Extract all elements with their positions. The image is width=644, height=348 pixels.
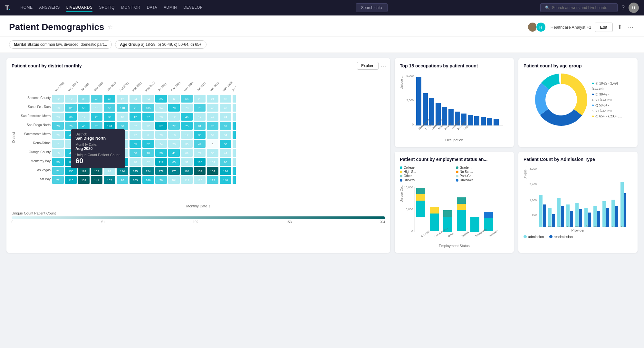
svg-text:71: 71 <box>56 170 60 173</box>
svg-text:May 2021: May 2021 <box>144 81 156 92</box>
heatmap-more-icon[interactable]: ⋯ <box>380 62 386 69</box>
svg-rect-339 <box>468 115 473 125</box>
svg-text:139: 139 <box>81 179 86 182</box>
svg-text:23: 23 <box>56 115 60 119</box>
svg-text:71: 71 <box>134 106 137 110</box>
svg-text:27: 27 <box>147 115 150 119</box>
svg-text:204: 204 <box>171 179 176 182</box>
edit-button[interactable]: Edit <box>595 23 613 32</box>
occ-x-label: Occupation <box>400 138 509 142</box>
svg-text:0: 0 <box>535 226 537 227</box>
svg-rect-231 <box>233 149 236 157</box>
svg-rect-387 <box>539 195 543 227</box>
emp-y-label: Unique Co... <box>400 184 403 203</box>
svg-text:34: 34 <box>224 134 227 137</box>
nav-liveboards[interactable]: LIVEBOARDS <box>66 4 93 12</box>
svg-rect-371 <box>470 217 479 232</box>
nav-spotiq[interactable]: SPOTIQ <box>99 4 114 12</box>
svg-text:103: 103 <box>133 179 138 182</box>
svg-rect-262 <box>233 158 236 166</box>
heatmap-legend: Unique Count Patient Count 0 51 102 153 … <box>12 211 385 224</box>
admission-card: Patient Count by Admission Type Unique .… <box>518 152 638 253</box>
age-group-chart: ●a) 18-29 - 2,491 (11.71%) ●b) 30-49 - 6… <box>524 72 632 127</box>
share-icon[interactable]: ⬆ <box>616 22 623 32</box>
svg-rect-403 <box>611 200 615 227</box>
nav-home[interactable]: HOME <box>21 4 33 12</box>
svg-text:76: 76 <box>159 179 163 182</box>
svg-text:24: 24 <box>159 143 163 146</box>
more-options-icon[interactable]: ⋯ <box>627 22 635 32</box>
svg-text:48: 48 <box>211 106 214 110</box>
svg-text:12: 12 <box>134 115 137 119</box>
svg-text:69: 69 <box>185 152 188 155</box>
main-grid: Explore ⋯ Patient count by district mont… <box>0 53 644 258</box>
svg-text:44: 44 <box>198 143 201 146</box>
search-bar[interactable]: 🔍 <box>540 3 618 12</box>
svg-text:60: 60 <box>134 152 137 155</box>
logo[interactable]: T. <box>5 4 10 12</box>
employment-svg: 10,000 5,000 0 <box>404 184 501 243</box>
svg-text:50: 50 <box>82 106 85 110</box>
svg-text:12: 12 <box>172 115 176 119</box>
svg-text:Mar 2022: Mar 2022 <box>209 81 220 92</box>
occ-y-label: Unique ... <box>400 75 403 89</box>
svg-rect-340 <box>474 116 479 125</box>
user-avatar[interactable]: U <box>629 3 639 13</box>
search-data-button[interactable]: Search data <box>356 3 388 12</box>
svg-text:192: 192 <box>81 170 86 173</box>
svg-rect-331 <box>416 77 421 125</box>
svg-text:Jan 2021: Jan 2021 <box>119 81 129 92</box>
svg-text:6: 6 <box>147 134 149 137</box>
svg-text:52: 52 <box>108 106 111 110</box>
explore-button[interactable]: Explore <box>357 62 379 70</box>
svg-text:81: 81 <box>224 124 227 128</box>
svg-text:11: 11 <box>56 143 60 146</box>
filter-label-2: Age Group <box>120 42 140 47</box>
heatmap-title: Patient count by district monthly <box>12 63 385 68</box>
svg-rect-404 <box>615 206 618 227</box>
analyst-label: Healthcare Analyst +1 <box>551 25 591 30</box>
sort-icon[interactable]: ↑ <box>208 204 210 208</box>
svg-text:111: 111 <box>184 179 189 182</box>
svg-text:145: 145 <box>133 170 138 173</box>
svg-text:35: 35 <box>185 143 188 146</box>
nav-data[interactable]: DATA <box>147 4 157 12</box>
svg-text:118: 118 <box>197 179 202 182</box>
svg-text:Mar 2020: Mar 2020 <box>54 81 65 92</box>
svg-text:San Francisco Metro: San Francisco Metro <box>21 114 51 118</box>
svg-rect-406 <box>624 193 626 227</box>
svg-text:75: 75 <box>185 124 188 128</box>
svg-text:106: 106 <box>197 161 202 164</box>
svg-rect-200 <box>233 140 236 148</box>
filter-age-group[interactable]: Age Group a) 18-29, b) 30-49, c) 50-64, … <box>115 40 206 49</box>
nav-develop[interactable]: DEVELOP <box>183 4 203 12</box>
nav-monitor[interactable]: MONITOR <box>121 4 140 12</box>
svg-text:78: 78 <box>147 152 150 155</box>
svg-text:24: 24 <box>147 97 150 101</box>
svg-rect-401 <box>602 201 606 227</box>
nav-admin[interactable]: ADMIN <box>164 4 177 12</box>
svg-text:Jan 2022: Jan 2022 <box>196 81 207 92</box>
svg-text:90: 90 <box>224 161 227 164</box>
svg-text:35: 35 <box>134 143 137 146</box>
svg-text:60: 60 <box>121 124 124 128</box>
svg-text:77: 77 <box>172 124 176 128</box>
svg-text:Santa Fe - Taos: Santa Fe - Taos <box>28 105 51 109</box>
svg-text:17: 17 <box>198 115 201 119</box>
svg-rect-367 <box>443 210 452 217</box>
avatar-2: H <box>536 22 546 32</box>
search-input[interactable] <box>552 5 613 10</box>
heatmap-card: Explore ⋯ Patient count by district mont… <box>6 58 390 253</box>
svg-text:17: 17 <box>82 115 85 119</box>
help-icon[interactable]: ? <box>621 5 625 11</box>
svg-text:30: 30 <box>211 152 214 155</box>
svg-text:52: 52 <box>211 134 214 137</box>
favorite-icon[interactable]: ☆ <box>108 24 113 31</box>
svg-text:70: 70 <box>172 106 176 110</box>
svg-text:76: 76 <box>121 179 124 182</box>
svg-text:117: 117 <box>159 161 163 164</box>
filter-marital-status[interactable]: Marital Status common law, divorced, dom… <box>9 40 112 49</box>
nav-answers[interactable]: ANSWERS <box>39 4 60 12</box>
svg-text:70: 70 <box>211 124 214 128</box>
svg-text:17: 17 <box>185 134 188 137</box>
